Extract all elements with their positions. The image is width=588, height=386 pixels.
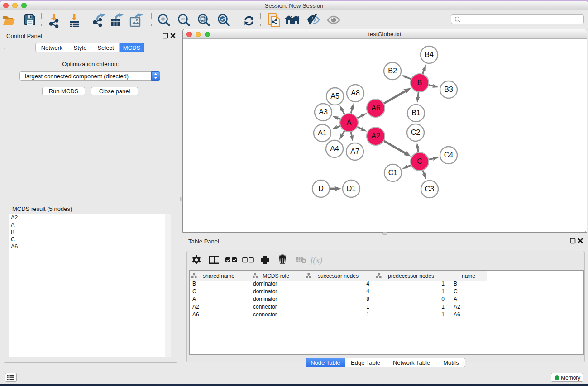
svg-text:A1: A1 xyxy=(318,129,327,137)
svg-text:B2: B2 xyxy=(388,67,397,75)
svg-text:A6: A6 xyxy=(371,104,380,112)
svg-text:C: C xyxy=(417,157,422,165)
svg-text:predecessor nodes: predecessor nodes xyxy=(388,273,434,279)
svg-text:B4: B4 xyxy=(425,51,434,58)
svg-text:B3: B3 xyxy=(444,86,453,93)
svg-text:B1: B1 xyxy=(411,109,421,117)
svg-text:A5: A5 xyxy=(330,92,339,100)
svg-text:D: D xyxy=(318,185,324,192)
svg-text:successor nodes: successor nodes xyxy=(318,273,359,279)
svg-text:f(x): f(x) xyxy=(311,255,322,265)
svg-text:C2: C2 xyxy=(411,129,420,136)
svg-text:A: A xyxy=(346,119,351,126)
svg-text:A2: A2 xyxy=(371,132,380,140)
svg-text:C3: C3 xyxy=(425,185,434,193)
svg-text:A7: A7 xyxy=(350,148,359,155)
svg-text:C1: C1 xyxy=(388,169,397,176)
svg-text:C4: C4 xyxy=(444,151,453,159)
svg-text:shared name: shared name xyxy=(203,273,234,279)
svg-text:A8: A8 xyxy=(351,89,360,97)
svg-text:B: B xyxy=(417,79,422,86)
svg-text:MCDS role: MCDS role xyxy=(263,273,289,279)
svg-text:A3: A3 xyxy=(319,108,328,116)
svg-text:name: name xyxy=(462,273,475,279)
svg-text:D1: D1 xyxy=(346,185,356,192)
svg-text:A4: A4 xyxy=(330,145,339,152)
